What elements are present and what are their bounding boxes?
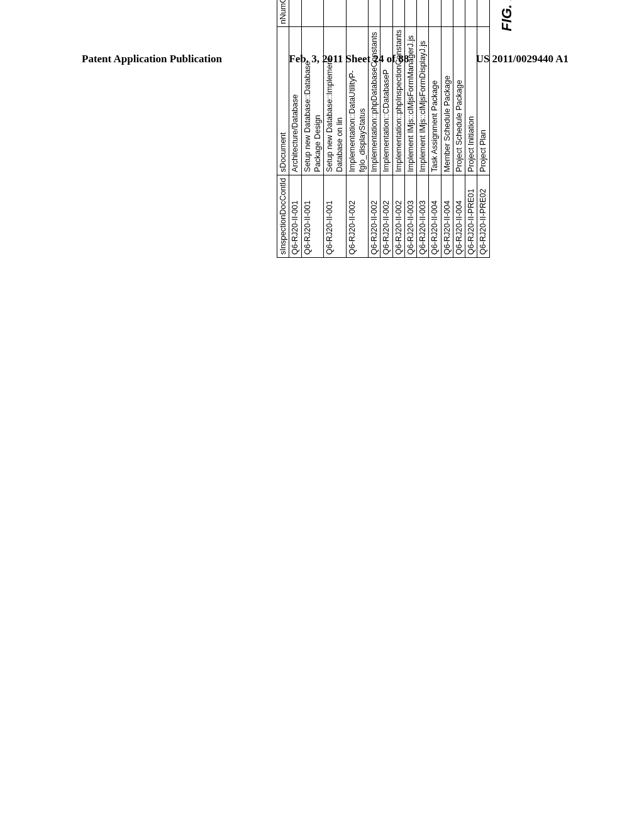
cell-major: 0 <box>417 0 429 27</box>
cell-major: 0 <box>369 0 380 27</box>
figure-17c: sInspectionDocContId sDocument nNumOfMaj… <box>277 0 515 258</box>
cell-doc: Implementation::DataUtilityP-fglo_displa… <box>346 27 369 175</box>
cell-id: Q6-RJ20-II-PRE02 <box>477 175 489 257</box>
table-row: Q6-RJ20-II-PRE01Project Initiation03C <box>465 0 477 258</box>
cell-id: Q6-RJ20-II-002 <box>346 175 369 257</box>
table-row: Q6-RJ20-II-002Implementation::phpInspect… <box>392 0 404 258</box>
table-row: Q6-RJ20-II-004Member Schedule Package02C <box>441 0 453 258</box>
cell-doc: Implementation::phpDatabaseConstants <box>369 27 380 175</box>
cell-major: 0 <box>441 0 453 27</box>
cell-doc: Implement IMjs::clMjsFormDisplayJ.js <box>417 27 429 175</box>
cell-major: 0 <box>289 0 301 27</box>
cell-id: Q6-RJ20-II-001 <box>301 175 324 257</box>
table-row: Q6-RJ20-II-004Project Schedule Package00… <box>453 0 465 258</box>
cell-id: Q6-RJ20-II-003 <box>417 175 429 257</box>
cell-doc: Setup new Database::Implement Database o… <box>324 27 347 175</box>
table-header-row: sInspectionDocContId sDocument nNumOfMaj… <box>277 0 289 258</box>
header-left: Patent Application Publication <box>82 53 222 65</box>
table-row: Q6-RJ20-II-002Implementation::phpDatabas… <box>369 0 380 258</box>
cell-id: Q6-RJ20-II-002 <box>369 175 380 257</box>
cell-id: Q6-RJ20-II-002 <box>392 175 404 257</box>
table-row: Q6-RJ20-II-004Task Assignment Package02C <box>429 0 441 258</box>
table-row: Q6-RJ20-II-002Implementation::CDatabaseP… <box>380 0 392 258</box>
cell-id: Q6-RJ20-II-004 <box>429 175 441 257</box>
cell-major: 0 <box>380 0 392 27</box>
cell-doc: Implement IMjs::clMjsFormManagerJ.js <box>404 27 416 175</box>
col-nNumOfMajorDefect: nNumOfMajorDefect <box>277 0 289 27</box>
table-row: Q6-RJ20-II-003Implement IMjs::clMjsFormD… <box>417 0 429 258</box>
cell-major: 0 <box>404 0 416 27</box>
cell-doc: Task Assignment Package <box>429 27 441 175</box>
cell-doc: Project Plan <box>477 27 489 175</box>
cell-id: Q6-RJ20-II-001 <box>324 175 347 257</box>
cell-major: 0 <box>465 0 477 27</box>
cell-major: 0 <box>324 0 347 27</box>
cell-major: 0 <box>429 0 441 27</box>
inspection-table: sInspectionDocContId sDocument nNumOfMaj… <box>277 0 490 258</box>
cell-id: Q6-RJ20-II-004 <box>453 175 465 257</box>
cell-doc: Architecture/Database <box>289 27 301 175</box>
col-sInspectionDocContId: sInspectionDocContId <box>277 175 289 257</box>
table-row: Q6-RJ20-II-PRE02Project Plan12R <box>477 0 489 258</box>
cell-major: 0 <box>346 0 369 27</box>
table-row: Q6-RJ20-II-003Implement IMjs::clMjsFormM… <box>404 0 416 258</box>
cell-doc: Implementation::phpInspectionConstants <box>392 27 404 175</box>
cell-doc: Member Schedule Package <box>441 27 453 175</box>
cell-major: 1 <box>477 0 489 27</box>
table-row: Q6-RJ20-II-001Architecture/Database00A <box>289 0 301 258</box>
cell-id: Q6-RJ20-II-002 <box>380 175 392 257</box>
table-row: Q6-RJ20-II-001Setup new Database::Implem… <box>324 0 347 258</box>
cell-id: Q6-RJ20-II-003 <box>404 175 416 257</box>
table-row: Q6-RJ20-II-001Setup new Database::Databa… <box>301 0 324 258</box>
cell-doc: Project Schedule Package <box>453 27 465 175</box>
figure-caption: FIG. 17C <box>499 0 515 258</box>
cell-doc: Implementation::CDatabaseP <box>380 27 392 175</box>
cell-doc: Setup new Database::Database Package Des… <box>301 27 324 175</box>
cell-major: 0 <box>392 0 404 27</box>
cell-id: Q6-RJ20-II-001 <box>289 175 301 257</box>
cell-major: 0 <box>453 0 465 27</box>
cell-id: Q6-RJ20-II-004 <box>441 175 453 257</box>
col-sDocument: sDocument <box>277 27 289 175</box>
cell-id: Q6-RJ20-II-PRE01 <box>465 175 477 257</box>
cell-major: 0 <box>301 0 324 27</box>
cell-doc: Project Initiation <box>465 27 477 175</box>
table-row: Q6-RJ20-II-002Implementation::DataUtilit… <box>346 0 369 258</box>
